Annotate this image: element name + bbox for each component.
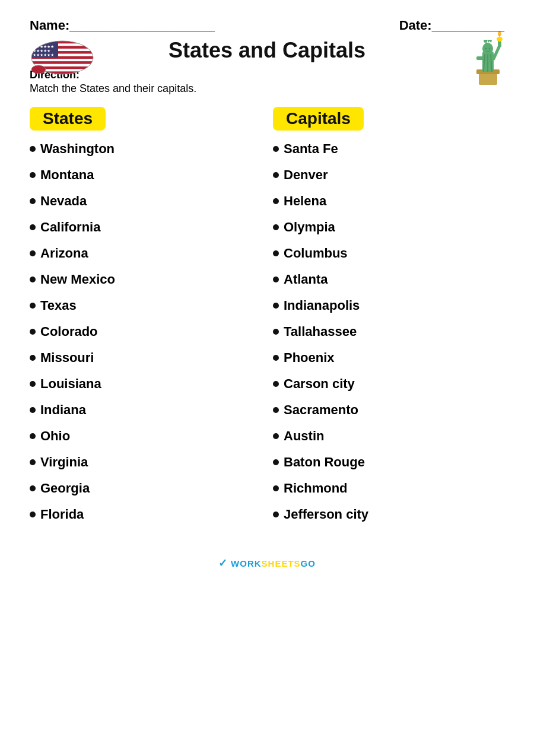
state-item: Nevada [30,193,261,209]
state-item: Texas [30,298,261,313]
state-name: Missouri [40,350,94,366]
state-item: Louisiana [30,376,261,392]
state-item: Colorado [30,324,261,339]
capital-name: Austin [284,428,324,444]
capital-name: Denver [284,167,328,183]
svg-rect-10 [31,61,93,63]
bullet-icon [273,224,279,230]
bullet-icon [30,485,36,491]
svg-point-20 [31,65,46,74]
bullet-icon [273,172,279,178]
directions-section: Direction: Match the States and their ca… [30,69,504,95]
state-name: Ohio [40,428,70,444]
state-name: Arizona [40,246,88,261]
state-item: Missouri [30,350,261,366]
svg-text:★★★★★★: ★★★★★★ [33,45,54,49]
bullet-icon [273,329,279,335]
capital-item: Sacramento [273,402,504,418]
state-item: Virginia [30,455,261,470]
capital-item: Richmond [273,481,504,496]
state-item: Ohio [30,428,261,444]
bullet-icon [30,329,36,335]
header-row: Name:____________________ Date:_________… [30,18,504,33]
svg-text:★★★★★★: ★★★★★★ [33,53,54,57]
bullet-icon [273,485,279,491]
bullet-icon [30,459,36,465]
bullet-icon [30,277,36,282]
capital-name: Carson city [284,376,355,392]
svg-point-39 [489,48,490,50]
direction-text: Match the States and their capitals. [30,82,504,95]
state-item: Montana [30,167,261,183]
bullet-icon [30,433,36,439]
capital-item: Baton Rouge [273,455,504,470]
capitals-list: Santa FeDenverHelenaOlympiaColumbusAtlan… [273,141,504,522]
svg-rect-9 [31,59,93,61]
bullet-icon [30,172,36,178]
capital-name: Santa Fe [284,141,338,157]
capital-name: Baton Rouge [284,455,365,470]
bullet-icon [30,512,36,517]
state-item: Washington [30,141,261,157]
capital-name: Helena [284,193,326,209]
states-header: States [30,107,106,131]
bullet-icon [273,303,279,309]
bullet-icon [273,198,279,204]
state-name: California [40,220,100,235]
capital-name: Atlanta [284,272,328,287]
statue-of-liberty-icon [472,29,504,88]
state-name: Louisiana [40,376,101,392]
main-title: States and Capitals [169,38,365,63]
footer: ✓ WORKSHEETSGO [30,557,504,570]
bullet-icon [273,459,279,465]
state-item: New Mexico [30,272,261,287]
state-name: Montana [40,167,94,183]
capital-item: Jefferson city [273,507,504,522]
capital-name: Jefferson city [284,507,368,522]
bullet-icon [273,250,279,256]
state-name: Texas [40,298,77,313]
state-name: Georgia [40,481,90,496]
capital-item: Indianapolis [273,298,504,313]
bullet-icon [273,407,279,413]
bullet-icon [273,146,279,152]
main-columns: States WashingtonMontanaNevadaCalifornia… [30,107,504,533]
state-item: Arizona [30,246,261,261]
capitals-header: Capitals [273,107,364,131]
state-name: Florida [40,507,84,522]
svg-rect-32 [476,56,484,60]
state-item: California [30,220,261,235]
direction-label: Direction: [30,69,504,81]
capital-item: Tallahassee [273,324,504,339]
bullet-icon [30,355,36,361]
svg-point-38 [485,48,487,50]
svg-point-29 [497,37,503,42]
capital-item: Olympia [273,220,504,235]
bullet-icon [30,303,36,309]
capital-name: Columbus [284,246,348,261]
capital-item: Columbus [273,246,504,261]
bullet-icon [30,146,36,152]
name-field[interactable]: Name:____________________ [30,18,215,33]
bullet-icon [273,277,279,282]
capital-item: Phoenix [273,350,504,366]
state-name: Colorado [40,324,98,339]
footer-brand: WORKSHEETSGO [231,558,316,568]
capitals-column: Capitals Santa FeDenverHelenaOlympiaColu… [273,107,504,533]
states-column: States WashingtonMontanaNevadaCalifornia… [30,107,261,533]
state-item: Indiana [30,402,261,418]
capital-name: Phoenix [284,350,335,366]
capital-item: Helena [273,193,504,209]
svg-point-33 [482,43,493,55]
bullet-icon [30,224,36,230]
bullet-icon [30,250,36,256]
bullet-icon [273,512,279,517]
capital-item: Austin [273,428,504,444]
capital-item: Denver [273,167,504,183]
state-item: Georgia [30,481,261,496]
capital-name: Richmond [284,481,348,496]
state-name: Virginia [40,455,88,470]
capital-item: Carson city [273,376,504,392]
bullet-icon [273,381,279,387]
capital-name: Olympia [284,220,335,235]
